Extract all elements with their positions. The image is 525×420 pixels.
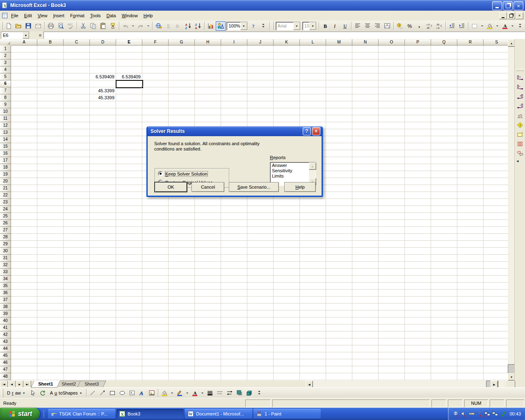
menu-data[interactable]: Data xyxy=(103,12,119,19)
column-header-N[interactable]: N xyxy=(352,39,379,46)
row-header-27[interactable]: 27 xyxy=(0,227,11,234)
row-header-43[interactable]: 43 xyxy=(0,338,11,345)
circle-invalid-data-icon[interactable] xyxy=(515,139,525,148)
open-icon[interactable] xyxy=(14,21,23,31)
name-box[interactable]: E6 ▼ xyxy=(1,32,30,39)
minimize-button[interactable] xyxy=(492,1,502,10)
save-scenario--button[interactable]: Save Scenario... xyxy=(229,182,279,192)
help-icon[interactable]: ? xyxy=(249,21,258,31)
row-header-35[interactable]: 35 xyxy=(0,283,11,290)
copy-icon[interactable] xyxy=(88,21,98,31)
oval-icon[interactable] xyxy=(117,388,127,398)
menu-insert[interactable]: Insert xyxy=(50,12,67,19)
increase-indent-icon[interactable] xyxy=(457,21,467,31)
toolbar-options-icon[interactable] xyxy=(515,21,525,31)
row-header-41[interactable]: 41 xyxy=(0,324,11,331)
sort-descending-icon[interactable]: ZA xyxy=(193,21,203,31)
menu-file[interactable]: File xyxy=(8,12,21,19)
previous-sheet-button[interactable]: ◀ xyxy=(8,381,16,388)
menu-format[interactable]: Format xyxy=(67,12,87,19)
chevron-down-icon[interactable]: ▼ xyxy=(309,22,316,30)
column-header-I[interactable]: I xyxy=(221,39,247,46)
row-header-47[interactable]: 47 xyxy=(0,366,11,373)
align-left-icon[interactable] xyxy=(353,21,363,31)
modem-icon[interactable] xyxy=(468,411,475,417)
column-header-L[interactable]: L xyxy=(300,39,326,46)
row-header-19[interactable]: 19 xyxy=(0,171,11,178)
sort-ascending-icon[interactable]: AZ xyxy=(183,21,193,31)
formula-input[interactable] xyxy=(43,32,525,39)
shadow-icon[interactable] xyxy=(235,388,244,398)
autoshapes-menu-button[interactable]: AutoShapes ▼ xyxy=(48,390,85,396)
row-header-26[interactable]: 26 xyxy=(0,220,11,227)
row-header-36[interactable]: 36 xyxy=(0,290,11,297)
column-header-P[interactable]: P xyxy=(405,39,431,46)
print-icon[interactable] xyxy=(46,21,56,31)
dropdown-icon[interactable] xyxy=(495,21,500,31)
workbook-restore-button[interactable] xyxy=(507,12,515,19)
muted-volume-icon[interactable]: x xyxy=(461,411,467,417)
trace-precedents-icon[interactable]: + xyxy=(515,73,525,82)
free-rotate-icon[interactable] xyxy=(38,388,48,398)
last-sheet-button[interactable]: ▶| xyxy=(23,381,31,388)
zoom-combo[interactable]: 100% ▼ xyxy=(226,22,247,30)
increase-decimal-icon[interactable]: +.0.00 xyxy=(425,21,434,31)
column-header-B[interactable]: B xyxy=(37,39,64,46)
format-painter-icon[interactable] xyxy=(108,21,118,31)
vertical-scrollbar[interactable]: ▲ ▼ xyxy=(508,39,514,381)
toolbar-options-icon[interactable] xyxy=(254,388,264,398)
fill-color-icon[interactable] xyxy=(160,388,169,398)
align-right-icon[interactable] xyxy=(372,21,382,31)
row-header-37[interactable]: 37 xyxy=(0,297,11,304)
offline-globe-icon[interactable]: x xyxy=(453,411,459,417)
row-header-9[interactable]: 9 xyxy=(0,101,11,108)
new-icon[interactable] xyxy=(4,21,14,31)
arrow-icon[interactable] xyxy=(98,388,107,398)
insert-picture-icon[interactable] xyxy=(147,388,157,398)
italic-icon[interactable]: I xyxy=(330,21,340,31)
row-header-13[interactable]: 13 xyxy=(0,129,11,136)
row-header-11[interactable]: 11 xyxy=(0,115,11,122)
row-header-20[interactable]: 20 xyxy=(0,178,11,185)
rectangle-icon[interactable] xyxy=(107,388,117,398)
radio-keep-solver-solution[interactable]: Keep Solver Solution xyxy=(158,171,208,176)
column-header-O[interactable]: O xyxy=(379,39,405,46)
toolbar-drag-handle[interactable] xyxy=(1,389,3,397)
column-header-Q[interactable]: Q xyxy=(431,39,457,46)
column-header-K[interactable]: K xyxy=(274,39,300,46)
row-header-46[interactable]: 46 xyxy=(0,359,11,366)
cancel-button[interactable]: Cancel xyxy=(192,182,224,192)
chevron-down-icon[interactable]: ▼ xyxy=(240,22,247,30)
row-header-21[interactable]: 21 xyxy=(0,185,11,192)
menu-tools[interactable]: Tools xyxy=(87,12,104,19)
save-icon[interactable] xyxy=(23,21,33,31)
decrease-indent-icon[interactable] xyxy=(447,21,457,31)
taskbar-button-tsgk-clan-forum-p-[interactable]: eTSGK Clan Forum :: P... xyxy=(48,409,115,419)
mail-icon[interactable] xyxy=(33,21,43,31)
start-button[interactable]: start xyxy=(0,408,40,420)
row-header-8[interactable]: 8 xyxy=(0,94,11,101)
column-header-G[interactable]: G xyxy=(169,39,195,46)
sheet-tab-sheet1[interactable]: Sheet1 xyxy=(31,381,60,388)
network-error-icon[interactable]: x xyxy=(484,411,491,417)
toolbar-options-icon[interactable] xyxy=(258,21,268,31)
trace-dependents-icon[interactable]: + xyxy=(515,92,525,101)
cell-D8[interactable]: 45.3399 xyxy=(90,94,116,101)
report-item-sensitivity[interactable]: Sensitivity xyxy=(271,168,308,173)
row-header-17[interactable]: 17 xyxy=(0,157,11,164)
menu-window[interactable]: Window xyxy=(119,12,141,19)
row-header-22[interactable]: 22 xyxy=(0,192,11,199)
clear-validation-circles-icon[interactable] xyxy=(515,149,525,158)
row-header-40[interactable]: 40 xyxy=(0,317,11,324)
text-box-icon[interactable]: A xyxy=(127,388,137,398)
row-header-33[interactable]: 33 xyxy=(0,269,11,276)
dropdown-icon[interactable] xyxy=(510,21,515,31)
column-header-D[interactable]: D xyxy=(90,39,116,46)
percent-icon[interactable]: % xyxy=(405,21,415,31)
fill-color-icon[interactable] xyxy=(485,21,495,31)
cells-area[interactable]: 6.5394096.53940945.339945.3399 xyxy=(11,46,508,381)
row-header-14[interactable]: 14 xyxy=(0,136,11,143)
taskbar-button-1-paint[interactable]: 1 - Paint xyxy=(253,409,321,419)
autosum-icon[interactable]: Σ xyxy=(164,21,173,31)
taskbar-button-document1-microsof-[interactable]: WDocument1 - Microsof... xyxy=(185,409,252,419)
